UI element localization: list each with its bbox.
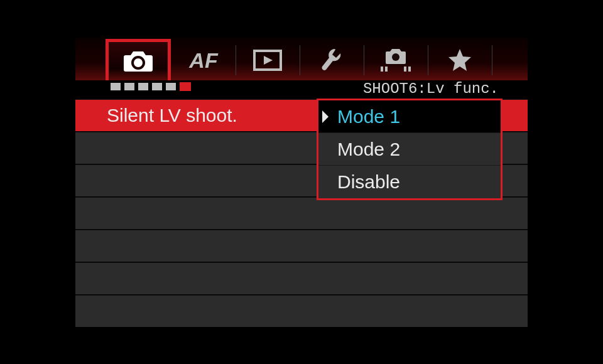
play-icon bbox=[253, 50, 282, 71]
camera-dots-icon bbox=[379, 48, 412, 73]
svg-rect-6 bbox=[408, 67, 411, 72]
pagination-dots bbox=[111, 83, 191, 91]
svg-point-2 bbox=[392, 53, 399, 61]
top-tab-bar: AF bbox=[75, 38, 528, 80]
menu-row-empty bbox=[75, 295, 528, 328]
page-dot[interactable] bbox=[166, 83, 176, 90]
menu-row-selected[interactable]: Silent LV shoot. Mode 1 Mode 2 Disable bbox=[75, 99, 528, 132]
svg-rect-5 bbox=[404, 67, 406, 72]
tab-my-menu[interactable] bbox=[430, 44, 490, 77]
option-disable[interactable]: Disable bbox=[318, 166, 501, 198]
tab-shoot[interactable] bbox=[106, 39, 171, 80]
tab-af[interactable]: AF bbox=[173, 44, 234, 77]
option-mode-1[interactable]: Mode 1 bbox=[318, 100, 501, 133]
svg-rect-3 bbox=[381, 67, 383, 72]
svg-rect-4 bbox=[385, 67, 388, 72]
page-title: SHOOT6:Lv func. bbox=[363, 80, 499, 97]
page-dot[interactable] bbox=[138, 83, 148, 90]
options-popup: Mode 1 Mode 2 Disable bbox=[317, 99, 503, 200]
tab-setup[interactable] bbox=[302, 44, 362, 77]
camera-icon bbox=[122, 50, 154, 73]
pointer-icon bbox=[322, 110, 329, 123]
option-label: Mode 2 bbox=[337, 139, 400, 160]
page-dot[interactable] bbox=[124, 83, 134, 90]
option-label: Mode 1 bbox=[337, 106, 400, 127]
option-mode-2[interactable]: Mode 2 bbox=[318, 133, 501, 166]
option-label: Disable bbox=[337, 171, 400, 193]
wrench-icon bbox=[320, 48, 343, 73]
page-subheader: SHOOT6:Lv func. bbox=[75, 80, 528, 99]
tab-custom[interactable] bbox=[366, 44, 426, 77]
page-dot[interactable] bbox=[111, 83, 121, 90]
page-dot-active[interactable] bbox=[180, 82, 191, 91]
af-label: AF bbox=[189, 48, 217, 73]
menu-row-empty bbox=[75, 197, 528, 230]
menu-rows: Silent LV shoot. Mode 1 Mode 2 Disable bbox=[75, 99, 528, 339]
star-icon bbox=[447, 48, 472, 72]
tab-playback[interactable] bbox=[237, 44, 298, 77]
page-dot[interactable] bbox=[152, 83, 162, 90]
menu-row-label: Silent LV shoot. bbox=[107, 105, 237, 126]
menu-row-empty bbox=[75, 230, 528, 262]
camera-menu-screen: AF bbox=[75, 38, 528, 339]
menu-row-empty bbox=[75, 262, 528, 295]
